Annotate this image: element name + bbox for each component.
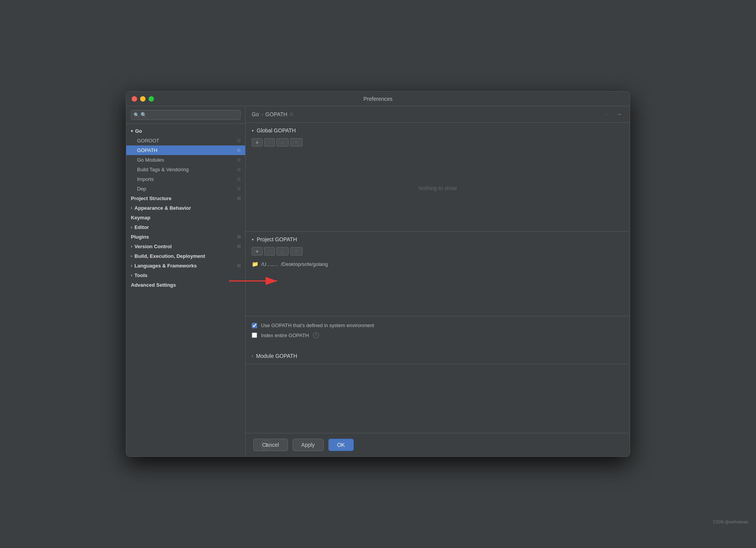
sidebar-item-keymap-label: Keymap: [131, 215, 151, 221]
preferences-window: Preferences 🔍 ▾ Go GOROOT ⊟: [126, 91, 630, 457]
search-wrap: 🔍: [131, 110, 241, 120]
forward-button[interactable]: →: [614, 110, 624, 119]
ok-button[interactable]: OK: [328, 439, 354, 451]
global-gopath-section: ▾ Global GOPATH + − ▲ ▼ Nothing to show: [246, 123, 630, 232]
global-remove-button[interactable]: −: [264, 138, 275, 147]
global-gopath-toolbar: + − ▲ ▼: [252, 138, 624, 147]
project-gopath-path-2: /Desktop/sofe/golang: [281, 261, 328, 267]
chevron-down-icon: ▾: [131, 129, 133, 133]
use-gopath-label: Use GOPATH that's defined in system envi…: [261, 322, 374, 328]
window-title: Preferences: [363, 96, 392, 102]
help-button[interactable]: ?: [261, 440, 271, 450]
breadcrumb-separator: ›: [261, 111, 263, 117]
folder-icon: 📁: [252, 261, 258, 267]
chevron-right-icon-5: ›: [131, 264, 132, 268]
sidebar-item-dep[interactable]: Dep ⊟: [126, 184, 245, 194]
settings-icon-2: ⊟: [237, 148, 241, 153]
sidebar-item-build-tags-label: Build Tags & Vendoring: [137, 167, 189, 172]
sidebar-item-build-tags[interactable]: Build Tags & Vendoring ⊟: [126, 165, 245, 174]
sidebar-item-keymap[interactable]: Keymap: [126, 213, 245, 222]
apply-button[interactable]: Apply: [293, 439, 324, 451]
index-gopath-row: Index entire GOPATH ?: [252, 332, 624, 338]
minimize-button[interactable]: [140, 96, 146, 102]
global-gopath-label: Global GOPATH: [257, 127, 296, 134]
sidebar: 🔍 ▾ Go GOROOT ⊟ GOPATH ⊟: [126, 106, 246, 456]
project-gopath-header[interactable]: ▾ Project GOPATH: [246, 232, 630, 247]
project-gopath-path-row: 📁 /U…,… /Desktop/sofe/golang: [252, 259, 624, 269]
sidebar-item-tools[interactable]: › Tools: [126, 271, 245, 280]
index-gopath-checkbox[interactable]: [252, 332, 257, 338]
global-down-button[interactable]: ▼: [290, 138, 303, 147]
project-gopath-body: + − ▲ ▼ 📁 /U…,… /Desktop/sofe/golang: [246, 247, 630, 274]
breadcrumb-current: GOPATH: [265, 111, 287, 117]
search-icon: 🔍: [134, 112, 139, 118]
sidebar-item-dep-label: Dep: [137, 186, 146, 192]
sidebar-item-gopath[interactable]: GOPATH ⊟: [126, 145, 245, 155]
main-content: 🔍 ▾ Go GOROOT ⊟ GOPATH ⊟: [126, 106, 630, 456]
sidebar-item-appearance[interactable]: › Appearance & Behavior: [126, 203, 245, 213]
use-gopath-checkbox[interactable]: [252, 323, 257, 328]
sidebar-item-plugins-label: Plugins: [131, 234, 149, 240]
sidebar-item-gopath-label: GOPATH: [137, 147, 157, 153]
breadcrumb-icon: ⊟: [289, 112, 293, 117]
sidebar-item-goroot[interactable]: GOROOT ⊟: [126, 136, 245, 145]
bottom-bar-inner: ? Cancel Apply OK: [253, 439, 622, 451]
module-gopath-section: › Module GOPATH: [246, 348, 630, 364]
settings-icon: ⊟: [237, 138, 241, 143]
global-gopath-header[interactable]: ▾ Global GOPATH: [246, 123, 630, 138]
settings-icon-4: ⊟: [237, 167, 241, 172]
chevron-right-icon-2: ›: [131, 225, 132, 229]
project-gopath-path: /U…,…: [261, 261, 278, 267]
sidebar-item-build-exec[interactable]: › Build, Execution, Deployment: [126, 251, 245, 261]
module-gopath-header[interactable]: › Module GOPATH: [246, 348, 630, 364]
sidebar-item-editor[interactable]: › Editor: [126, 222, 245, 232]
breadcrumb: Go › GOPATH ⊟: [252, 111, 293, 117]
sidebar-item-appearance-label: Appearance & Behavior: [134, 205, 191, 211]
chevron-right-icon-6: ›: [131, 273, 132, 277]
sidebar-item-project-structure[interactable]: Project Structure ⊟: [126, 194, 245, 203]
search-box: 🔍: [126, 106, 245, 124]
sidebar-item-version-control[interactable]: › Version Control ⊟: [126, 242, 245, 251]
sidebar-item-languages[interactable]: › Languages & Frameworks ⊟: [126, 261, 245, 271]
sidebar-item-go-modules-label: Go Modules: [137, 157, 164, 163]
project-up-button[interactable]: ▲: [276, 247, 289, 256]
search-input[interactable]: [131, 110, 241, 120]
nav-buttons: ← →: [603, 110, 624, 119]
sidebar-item-plugins[interactable]: Plugins ⊟: [126, 232, 245, 242]
settings-icon-8: ⊟: [237, 234, 241, 239]
back-button[interactable]: ←: [603, 110, 612, 119]
sidebar-item-imports[interactable]: Imports ⊟: [126, 174, 245, 184]
global-up-button[interactable]: ▲: [276, 138, 289, 147]
use-gopath-row: Use GOPATH that's defined in system envi…: [252, 322, 624, 328]
project-add-button[interactable]: +: [252, 247, 263, 256]
sidebar-item-project-structure-label: Project Structure: [131, 195, 171, 201]
sidebar-item-imports-label: Imports: [137, 176, 154, 182]
sidebar-item-languages-label: Languages & Frameworks: [134, 263, 197, 269]
sidebar-item-version-control-label: Version Control: [134, 244, 172, 249]
sidebar-item-go[interactable]: ▾ Go: [126, 126, 245, 136]
help-icon[interactable]: ?: [313, 332, 319, 338]
project-remove-button[interactable]: −: [264, 247, 275, 256]
project-gopath-toolbar: + − ▲ ▼: [252, 247, 624, 256]
panel-body: ▾ Global GOPATH + − ▲ ▼ Nothing to show: [246, 123, 630, 433]
titlebar: Preferences: [126, 92, 630, 106]
section-chevron-right: ›: [252, 354, 253, 358]
maximize-button[interactable]: [149, 96, 154, 102]
sidebar-item-go-modules[interactable]: Go Modules ⊟: [126, 155, 245, 165]
project-down-button[interactable]: ▼: [290, 247, 303, 256]
close-button[interactable]: [132, 96, 137, 102]
global-add-button[interactable]: +: [252, 138, 263, 147]
sidebar-item-editor-label: Editor: [134, 224, 149, 230]
bottom-bar: ? Cancel Apply OK: [246, 433, 630, 456]
empty-text: Nothing to show: [418, 185, 457, 191]
right-panel: Go › GOPATH ⊟ ← → ▾ Global GOPATH: [246, 106, 630, 456]
sidebar-item-advanced-settings[interactable]: Advanced Settings: [126, 280, 245, 290]
sidebar-item-go-label: Go: [135, 128, 142, 134]
settings-icon-10: ⊟: [237, 263, 241, 268]
settings-icon-9: ⊟: [237, 244, 241, 249]
sidebar-item-build-exec-label: Build, Execution, Deployment: [134, 253, 205, 259]
options-area: Use GOPATH that's defined in system envi…: [246, 316, 630, 348]
chevron-right-icon: ›: [131, 206, 132, 210]
sidebar-item-goroot-label: GOROOT: [137, 138, 159, 144]
settings-icon-5: ⊟: [237, 177, 241, 182]
